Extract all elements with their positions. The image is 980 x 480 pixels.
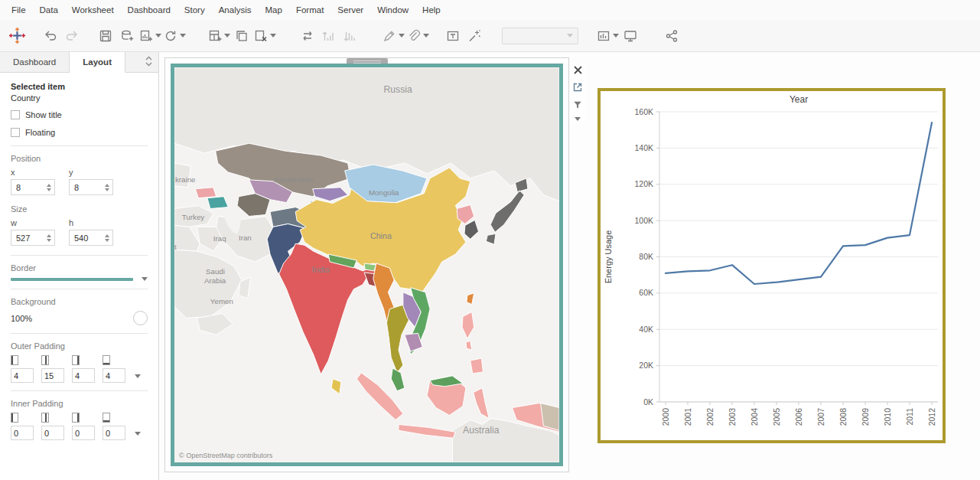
country-bhutan[interactable] — [364, 263, 376, 271]
save-icon[interactable] — [96, 25, 116, 47]
inner-padding-right-input[interactable] — [72, 426, 95, 440]
presentation-mode-icon[interactable] — [620, 25, 640, 47]
menu-dashboard[interactable]: Dashboard — [121, 0, 177, 20]
inner-padding-top-field[interactable] — [42, 426, 63, 439]
menu-bar: File Data Worksheet Dashboard Story Anal… — [0, 0, 980, 20]
spinner-icon[interactable] — [45, 230, 53, 245]
svg-text:20K: 20K — [639, 361, 653, 370]
new-worksheet-icon[interactable] — [138, 25, 161, 47]
outer-padding-right-input[interactable] — [72, 368, 95, 383]
selected-item-heading: Selected item — [11, 82, 148, 91]
zone-menu-caret-icon[interactable] — [575, 117, 581, 121]
show-cards-caret-icon[interactable] — [613, 34, 619, 38]
menu-window[interactable]: Window — [370, 0, 415, 20]
country-georgia[interactable] — [195, 188, 216, 198]
background-opacity-value[interactable]: 100% — [11, 314, 32, 323]
size-h-input[interactable] — [69, 230, 113, 246]
border-selector[interactable] — [11, 277, 148, 281]
highlight-caret-icon[interactable] — [399, 34, 405, 38]
asia-map[interactable]: Russia kraine Turkey Iraq Iran Saudi Ara… — [174, 67, 559, 462]
menu-analysis[interactable]: Analysis — [212, 0, 259, 20]
remove-zone-icon[interactable] — [573, 65, 583, 77]
new-dashboard-icon[interactable] — [207, 25, 230, 47]
outer-padding-bottom-field[interactable] — [103, 369, 125, 382]
map-label-saudi-2: Arabia — [204, 276, 226, 285]
svg-text:2009: 2009 — [861, 408, 870, 426]
fit-combobox-caret-icon — [567, 34, 573, 38]
inner-padding-bottom-field[interactable] — [103, 426, 125, 439]
spinner-icon[interactable] — [45, 180, 53, 194]
undo-icon[interactable] — [41, 25, 60, 47]
svg-text:2004: 2004 — [750, 408, 759, 426]
filter-icon[interactable] — [572, 100, 583, 112]
outer-padding-left-field[interactable] — [11, 369, 33, 382]
spinner-icon[interactable] — [103, 230, 111, 245]
size-w-input[interactable] — [11, 230, 55, 246]
border-caret-icon[interactable] — [142, 277, 148, 281]
menu-file[interactable]: File — [5, 0, 33, 20]
swap-axes-icon[interactable] — [298, 25, 317, 47]
sort-ascending-icon[interactable] — [319, 25, 339, 47]
menu-map[interactable]: Map — [259, 0, 289, 20]
refresh-caret-icon[interactable] — [180, 34, 186, 38]
duplicate-icon[interactable] — [232, 25, 252, 47]
refresh-icon[interactable] — [163, 25, 186, 47]
menu-server[interactable]: Server — [330, 0, 370, 20]
outer-padding-left-input[interactable] — [11, 368, 34, 383]
sort-descending-icon[interactable] — [340, 25, 360, 47]
map-label-australia: Australia — [463, 425, 500, 436]
chevrons-updown-icon[interactable] — [145, 56, 153, 68]
menu-story[interactable]: Story — [177, 0, 212, 20]
map-visualization[interactable]: Russia kraine Turkey Iraq Iran Saudi Ara… — [171, 64, 563, 466]
show-cards-icon[interactable] — [596, 25, 619, 47]
new-worksheet-caret-icon[interactable] — [155, 34, 161, 38]
go-to-sheet-icon[interactable] — [572, 82, 583, 94]
floating-checkbox[interactable] — [11, 128, 20, 137]
attach-caret-icon[interactable] — [423, 34, 429, 38]
show-title-checkbox[interactable] — [11, 110, 20, 119]
tableau-logo-icon[interactable] — [7, 25, 27, 47]
svg-text:2007: 2007 — [816, 408, 825, 426]
menu-format[interactable]: Format — [289, 0, 330, 20]
svg-text:2010: 2010 — [883, 408, 892, 426]
tab-layout[interactable]: Layout — [70, 52, 125, 73]
outer-padding-top-input[interactable] — [41, 368, 64, 383]
position-x-input[interactable] — [11, 179, 55, 195]
outer-padding-top-field[interactable] — [42, 369, 63, 382]
clear-sheet-icon[interactable] — [253, 25, 276, 47]
x-label: x — [11, 168, 55, 177]
inner-padding-left-input[interactable] — [11, 426, 34, 440]
menu-worksheet[interactable]: Worksheet — [65, 0, 121, 20]
share-icon[interactable] — [662, 25, 682, 47]
menu-help[interactable]: Help — [415, 0, 448, 20]
new-dashboard-caret-icon[interactable] — [224, 34, 230, 38]
inner-padding-left-field[interactable] — [11, 426, 33, 439]
svg-text:100K: 100K — [634, 216, 653, 225]
position-y-input[interactable] — [69, 179, 113, 195]
highlight-icon[interactable] — [382, 25, 405, 47]
fit-combobox[interactable] — [502, 28, 578, 44]
svg-text:160K: 160K — [634, 107, 653, 116]
spinner-icon[interactable] — [103, 180, 111, 194]
svg-text:2003: 2003 — [728, 408, 737, 426]
outer-padding-bottom-input[interactable] — [103, 368, 125, 383]
map-label-china: China — [370, 231, 392, 240]
inner-padding-caret-icon[interactable] — [135, 432, 141, 436]
outer-padding-caret-icon[interactable] — [135, 374, 141, 378]
outer-padding-right-field[interactable] — [73, 369, 94, 382]
add-data-icon[interactable] — [117, 25, 137, 47]
position-heading: Position — [11, 154, 148, 163]
label-icon[interactable] — [443, 25, 463, 47]
map-dashboard-zone[interactable]: Russia kraine Turkey Iraq Iran Saudi Ara… — [164, 57, 569, 472]
inner-padding-bottom-input[interactable] — [103, 426, 125, 440]
energy-usage-chart-zone[interactable]: 0K20K40K60K80K100K120K140K160K2000200120… — [597, 88, 946, 443]
attach-icon[interactable] — [406, 25, 429, 47]
inner-padding-top-input[interactable] — [41, 426, 64, 440]
tab-dashboard[interactable]: Dashboard — [0, 52, 70, 72]
inner-padding-right-field[interactable] — [73, 426, 94, 439]
menu-data[interactable]: Data — [33, 0, 65, 20]
background-color-swatch[interactable] — [133, 311, 148, 325]
format-wand-icon[interactable] — [464, 25, 484, 47]
clear-sheet-caret-icon[interactable] — [270, 34, 276, 38]
redo-icon[interactable] — [62, 25, 82, 47]
